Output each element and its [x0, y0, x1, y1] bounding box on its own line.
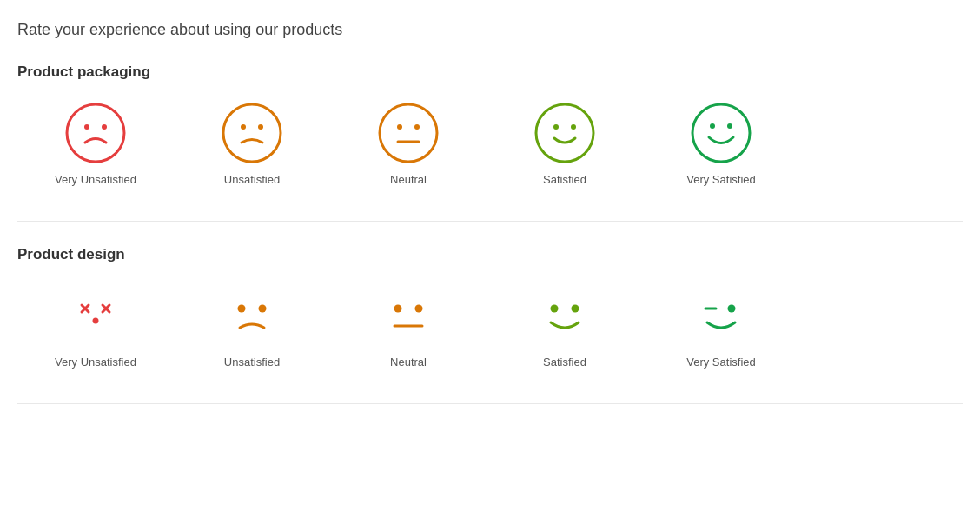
label-unsatisfied-packaging: Unsatisfied	[224, 173, 280, 186]
svg-point-14	[710, 123, 715, 129]
section-design: Product design Very Unsatisfied	[17, 246, 963, 396]
rating-item-satisfied-packaging[interactable]: Satisfied	[487, 102, 643, 186]
label-unsatisfied-design: Unsatisfied	[224, 356, 280, 369]
svg-point-15	[727, 123, 732, 129]
label-very-unsatisfied-packaging: Very Unsatisfied	[55, 173, 136, 186]
svg-point-12	[571, 124, 576, 130]
svg-point-29	[728, 305, 736, 313]
page-title: Rate your experience about using our pro…	[17, 21, 963, 39]
svg-point-22	[259, 305, 267, 313]
svg-point-8	[414, 124, 420, 130]
svg-point-11	[553, 124, 559, 130]
svg-point-4	[241, 124, 246, 130]
svg-point-26	[551, 305, 559, 313]
rating-item-unsatisfied-design[interactable]: Unsatisfied	[174, 284, 330, 369]
rating-item-neutral-design[interactable]: Neutral	[330, 284, 487, 369]
svg-point-23	[394, 305, 402, 313]
rating-item-unsatisfied-packaging[interactable]: Unsatisfied	[174, 102, 330, 186]
rating-item-very-satisfied-design[interactable]: Very Satisfied	[643, 284, 799, 369]
svg-point-1	[84, 124, 89, 130]
rating-row-design: Very Unsatisfied Unsatisfied Neutral	[17, 284, 963, 396]
label-satisfied-design: Satisfied	[543, 356, 586, 369]
section-divider-1	[17, 221, 963, 222]
rating-item-very-unsatisfied-design[interactable]: Very Unsatisfied	[17, 284, 174, 369]
satisfied-face-packaging	[533, 102, 596, 164]
rating-item-very-satisfied-packaging[interactable]: Very Satisfied	[643, 102, 799, 186]
neutral-face-design	[377, 284, 440, 347]
svg-point-2	[102, 124, 107, 130]
svg-point-24	[415, 305, 423, 313]
svg-point-10	[536, 104, 593, 162]
rating-item-very-unsatisfied-packaging[interactable]: Very Unsatisfied	[17, 102, 174, 186]
very-satisfied-face-packaging	[690, 102, 752, 164]
svg-point-7	[397, 124, 402, 130]
svg-point-27	[572, 305, 579, 313]
label-neutral-packaging: Neutral	[390, 173, 427, 186]
section-title-packaging: Product packaging	[17, 63, 963, 81]
satisfied-face-design	[533, 284, 596, 347]
very-unsatisfied-face-design	[64, 284, 127, 347]
svg-point-5	[258, 124, 263, 130]
label-neutral-design: Neutral	[390, 356, 427, 369]
section-packaging: Product packaging Very Unsatisfied Unsat…	[17, 63, 963, 214]
section-title-design: Product design	[17, 246, 963, 263]
svg-point-6	[380, 104, 437, 162]
rating-item-neutral-packaging[interactable]: Neutral	[330, 102, 487, 186]
svg-point-20	[93, 318, 99, 324]
label-satisfied-packaging: Satisfied	[543, 173, 586, 186]
very-satisfied-face-design	[690, 284, 752, 347]
rating-row-packaging: Very Unsatisfied Unsatisfied Neutral	[17, 102, 963, 214]
svg-point-0	[67, 104, 124, 162]
unsatisfied-face-design	[221, 284, 283, 347]
section-divider-2	[17, 403, 963, 404]
svg-point-21	[238, 305, 246, 313]
neutral-face-packaging	[377, 102, 440, 164]
rating-item-satisfied-design[interactable]: Satisfied	[487, 284, 643, 369]
svg-point-13	[692, 104, 750, 162]
unsatisfied-face-packaging	[221, 102, 283, 164]
label-very-satisfied-design: Very Satisfied	[686, 356, 756, 369]
label-very-unsatisfied-design: Very Unsatisfied	[55, 356, 136, 369]
svg-point-3	[223, 104, 281, 162]
very-unsatisfied-face-packaging	[64, 102, 127, 164]
label-very-satisfied-packaging: Very Satisfied	[686, 173, 756, 186]
